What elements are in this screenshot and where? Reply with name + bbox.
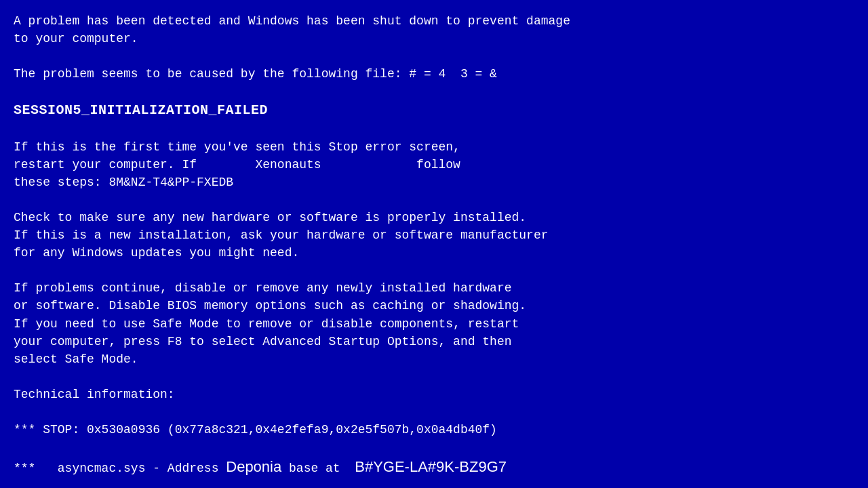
line-9: for any Windows updates you might need.	[14, 244, 637, 262]
line-5: restart your computer. If Xenonauts foll…	[14, 156, 637, 174]
bsod-screen: A problem has been detected and Windows …	[14, 12, 637, 478]
line-2: to your computer.	[14, 30, 637, 47]
line-8: If this is a new installation, ask your …	[14, 226, 637, 244]
spacer-1	[14, 47, 637, 65]
spacer-7	[14, 403, 637, 421]
spacer-6	[14, 368, 637, 386]
driver-middle: base at	[281, 460, 355, 477]
spacer-5	[14, 262, 637, 279]
driver-serial: B#YGE-LA#9K-BZ9G7	[355, 456, 507, 478]
line-4: If this is the first time you've seen th…	[14, 138, 637, 156]
technical-title: Technical information:	[14, 386, 637, 403]
spacer-8	[14, 439, 637, 456]
line-1: A problem has been detected and Windows …	[14, 12, 637, 30]
line-10: If problems continue, disable or remove …	[14, 279, 637, 297]
driver-prefix: *** asyncmac.sys - Address	[14, 460, 226, 477]
driver-line: *** asyncmac.sys - Address Deponia base …	[14, 456, 637, 478]
driver-name: Deponia	[226, 456, 281, 478]
stop-line: *** STOP: 0x530a0936 (0x77a8c321,0x4e2fe…	[14, 421, 637, 439]
spacer-4	[14, 191, 637, 209]
line-14: select Safe Mode.	[14, 350, 637, 368]
line-13: your computer, press F8 to select Advanc…	[14, 333, 637, 350]
line-6: these steps: 8M&NZ-T4&PP-FXEDB	[14, 174, 637, 191]
spacer-3	[14, 120, 637, 138]
line-12: If you need to use Safe Mode to remove o…	[14, 315, 637, 333]
line-7: Check to make sure any new hardware or s…	[14, 209, 637, 226]
spacer-2	[14, 83, 637, 100]
error-code: SESSION5_INITIALIZATION_FAILED	[14, 100, 637, 120]
line-3: The problem seems to be caused by the fo…	[14, 65, 637, 83]
line-11: or software. Disable BIOS memory options…	[14, 297, 637, 314]
